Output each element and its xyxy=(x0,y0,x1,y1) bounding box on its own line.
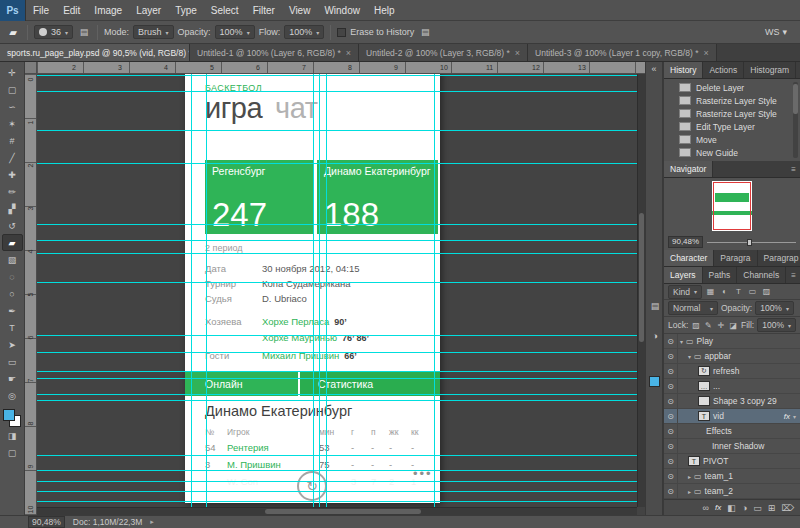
tool-blur[interactable]: ◌ xyxy=(2,268,23,285)
flow-select[interactable]: 100% ▾ xyxy=(284,25,324,39)
clone-source-dock-icon[interactable]: ◑ xyxy=(649,330,661,342)
guide-line-vertical[interactable] xyxy=(191,74,192,507)
layer-name[interactable]: vid xyxy=(713,411,724,421)
layer-name[interactable]: team_1 xyxy=(705,471,733,481)
tab-paragraph[interactable]: Paragra xyxy=(714,250,757,266)
lock-position-icon[interactable]: ✛ xyxy=(716,321,725,330)
tab-channels[interactable]: Channels xyxy=(737,267,786,283)
visibility-eye-icon[interactable]: ⊙ xyxy=(664,424,678,438)
navigator-zoom-slider[interactable] xyxy=(707,242,796,243)
tool-quick-select[interactable]: ✶ xyxy=(2,115,23,132)
add-layer-style-icon[interactable]: fx xyxy=(715,503,721,512)
new-group-icon[interactable]: ▭ xyxy=(753,503,762,513)
tab-histogram[interactable]: Histogram xyxy=(744,62,796,78)
layer-row[interactable]: ⊙ T PIVOT xyxy=(664,454,800,469)
guide-line-horizontal[interactable] xyxy=(37,224,637,225)
vertical-scrollbar[interactable] xyxy=(637,74,645,507)
canvas-area[interactable]: 2345678910111213 012345678910 БАСКЕТБОЛ … xyxy=(25,62,645,515)
tool-history-brush[interactable]: ↺ xyxy=(2,217,23,234)
layer-effects-row[interactable]: ⊙ Effects xyxy=(664,424,800,439)
filter-adjustment-icon[interactable]: ◐ xyxy=(719,287,730,296)
tab-navigator[interactable]: Navigator xyxy=(664,161,713,177)
history-step[interactable]: Rasterize Layer Style xyxy=(664,107,800,120)
guide-line-horizontal[interactable] xyxy=(37,91,637,92)
tab-paragraph-styles[interactable]: Paragrap xyxy=(758,250,800,266)
new-layer-icon[interactable]: ⊞ xyxy=(768,503,776,513)
tool-clone-stamp[interactable]: ▞ xyxy=(2,200,23,217)
status-options-icon[interactable]: ▸ xyxy=(150,518,154,526)
close-icon[interactable]: × xyxy=(703,48,708,58)
guide-line-horizontal[interactable] xyxy=(37,491,637,492)
history-step[interactable]: Move xyxy=(664,133,800,146)
layer-name[interactable]: team_2 xyxy=(705,486,733,496)
panel-menu-icon[interactable]: ≡ xyxy=(787,267,800,283)
layer-effects-badge[interactable]: fx xyxy=(784,412,790,421)
tool-pen[interactable]: ✒ xyxy=(2,302,23,319)
layer-row[interactable]: ⊙ … ... xyxy=(664,379,800,394)
layer-row-selected[interactable]: ⊙ T vid fx ▾ xyxy=(664,409,800,424)
scrollbar-thumb[interactable] xyxy=(265,509,421,514)
document-tab[interactable]: sports.ru_page_play.psd @ 90,5% (vid, RG… xyxy=(0,44,190,61)
guide-line-horizontal[interactable] xyxy=(37,371,637,372)
menu-item[interactable]: Window xyxy=(317,0,367,21)
visibility-eye-icon[interactable]: ⊙ xyxy=(664,484,678,498)
tool-shape[interactable]: ▭ xyxy=(2,353,23,370)
close-icon[interactable]: × xyxy=(515,48,520,58)
tab-online[interactable]: Онлайн xyxy=(185,372,298,396)
history-step[interactable]: Edit Type Layer xyxy=(664,120,800,133)
color-panel-dock-icon[interactable] xyxy=(649,376,660,387)
horizontal-scrollbar[interactable] xyxy=(37,507,637,515)
fill-select[interactable]: 100% ▾ xyxy=(757,318,796,332)
guide-line-horizontal[interactable] xyxy=(37,335,637,336)
history-scrollbar[interactable] xyxy=(793,82,798,158)
menu-item[interactable]: Type xyxy=(168,0,204,21)
mode-select[interactable]: Brush ▾ xyxy=(133,25,174,39)
layer-row-group[interactable]: ⊙ ▸ ▭ team_1 xyxy=(664,469,800,484)
disclosure-triangle-icon[interactable]: ▾ xyxy=(688,353,691,360)
layer-opacity-select[interactable]: 100% ▾ xyxy=(755,301,794,315)
visibility-eye-icon[interactable]: ⊙ xyxy=(664,334,678,348)
menu-item[interactable]: Layer xyxy=(129,0,168,21)
guide-line-vertical[interactable] xyxy=(434,74,435,507)
history-step[interactable]: New Guide xyxy=(664,146,800,159)
tab-paths[interactable]: Paths xyxy=(703,267,738,283)
ruler-origin[interactable] xyxy=(25,62,37,74)
layer-name[interactable]: ... xyxy=(713,381,720,391)
tool-type[interactable]: T xyxy=(2,319,23,336)
layer-name[interactable]: Play xyxy=(697,336,714,346)
navigator-zoom-value[interactable]: 90,48% xyxy=(668,236,703,248)
tab-character[interactable]: Character xyxy=(664,250,714,266)
expand-panels-icon[interactable]: « xyxy=(646,62,662,74)
layer-row[interactable]: ⊙ Shape 3 copy 29 xyxy=(664,394,800,409)
tool-brush[interactable]: ✏ xyxy=(2,183,23,200)
menu-item[interactable]: Image xyxy=(87,0,129,21)
tool-screen-mode[interactable]: ▢ xyxy=(2,444,23,461)
visibility-eye-icon[interactable]: ⊙ xyxy=(664,379,678,393)
visibility-eye-icon[interactable]: ⊙ xyxy=(664,364,678,378)
guide-line-horizontal[interactable] xyxy=(37,455,637,456)
filter-shape-icon[interactable]: ▭ xyxy=(747,287,758,296)
guide-line-horizontal[interactable] xyxy=(37,75,637,76)
tool-quick-mask[interactable]: ◨ xyxy=(2,427,23,444)
guide-line-vertical[interactable] xyxy=(206,74,207,507)
document-tab[interactable]: Untitled-2 @ 100% (Layer 3, RGB/8) * × xyxy=(359,44,528,61)
tab-statistics[interactable]: Статистика xyxy=(300,372,440,396)
menu-item[interactable]: Filter xyxy=(246,0,282,21)
menu-item[interactable]: Help xyxy=(367,0,402,21)
effects-label[interactable]: Effects xyxy=(706,426,732,436)
layer-name[interactable]: appbar xyxy=(705,351,731,361)
menu-item[interactable]: Edit xyxy=(56,0,87,21)
history-step[interactable]: Delete Layer xyxy=(664,81,800,94)
scrollbar-thumb[interactable] xyxy=(639,213,644,343)
add-layer-mask-icon[interactable]: ◧ xyxy=(727,503,736,513)
visibility-eye-icon[interactable]: ⊙ xyxy=(664,469,678,483)
visibility-eye-icon[interactable]: ⊙ xyxy=(664,394,678,408)
layer-effect-row[interactable]: ⊙ Inner Shadow xyxy=(664,439,800,454)
link-layers-icon[interactable]: ∞ xyxy=(703,503,709,513)
layer-row[interactable]: ⊙ ↻ refresh xyxy=(664,364,800,379)
new-adjustment-layer-icon[interactable]: ◑ xyxy=(742,503,747,513)
guide-line-horizontal[interactable] xyxy=(37,352,637,353)
disclosure-triangle-icon[interactable]: ▾ xyxy=(680,338,683,345)
cell-player[interactable]: М. Пришвин xyxy=(227,459,319,470)
photoshop-logo[interactable]: Ps xyxy=(0,0,26,21)
